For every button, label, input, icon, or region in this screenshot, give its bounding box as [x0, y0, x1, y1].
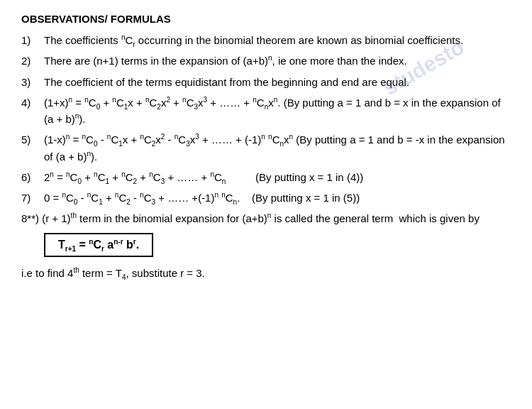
list-item: 1) The coefficients nCr occurring in the…	[21, 32, 511, 48]
item-number: 2)	[21, 53, 44, 69]
item-content: The coefficient of the terms equidistant…	[44, 74, 511, 90]
item-content: (1-x)n = nC0 - nC1x + nC2x2 - nC3x3 + ………	[44, 131, 511, 165]
general-term-section: 8**) (r + 1)th term in the binomial expa…	[21, 210, 511, 278]
list-item: 4) (1+x)n = nC0 + nC1x + nC2x2 + nC3x3 +…	[21, 94, 511, 128]
item-content: (1+x)n = nC0 + nC1x + nC2x2 + nC3x3 + ………	[44, 94, 511, 128]
list-item: 5) (1-x)n = nC0 - nC1x + nC2x2 - nC3x3 +…	[21, 131, 511, 165]
list-item: 6) 2n = nC0 + nC1 + nC2 + nC3 + …… + nCn…	[21, 169, 511, 185]
section-heading: OBSERVATIONS/ FORMULAS	[21, 13, 511, 25]
item-content: The coefficients nCr occurring in the bi…	[44, 32, 511, 48]
item-number: 6)	[21, 169, 44, 185]
list-item: 3) The coefficient of the terms equidist…	[21, 74, 511, 90]
list-item: 7) 0 = nC0 - nC1 + nC2 - nC3 + …… +(-1)n…	[21, 190, 511, 206]
item-content: 2n = nC0 + nC1 + nC2 + nC3 + …… + nCn (B…	[44, 169, 511, 185]
item-number: 1)	[21, 32, 44, 48]
general-term-label: 8**)	[21, 212, 39, 224]
item-content: There are (n+1) terms in the expansion o…	[44, 53, 511, 69]
general-term-text: 8**) (r + 1)th term in the binomial expa…	[21, 210, 511, 227]
item-number: 4)	[21, 94, 44, 128]
formula-box: Tr+1 = nCr an-r br.	[44, 233, 153, 257]
item-number: 3)	[21, 74, 44, 90]
list-item: 2) There are (n+1) terms in the expansio…	[21, 53, 511, 69]
item-number: 5)	[21, 131, 44, 165]
item-number: 7)	[21, 190, 44, 206]
item-content: 0 = nC0 - nC1 + nC2 - nC3 + …… +(-1)n nC…	[44, 190, 511, 206]
note-line: i.e to find 4th term = T4, substitute r …	[21, 267, 511, 279]
observations-list: 1) The coefficients nCr occurring in the…	[21, 32, 511, 206]
